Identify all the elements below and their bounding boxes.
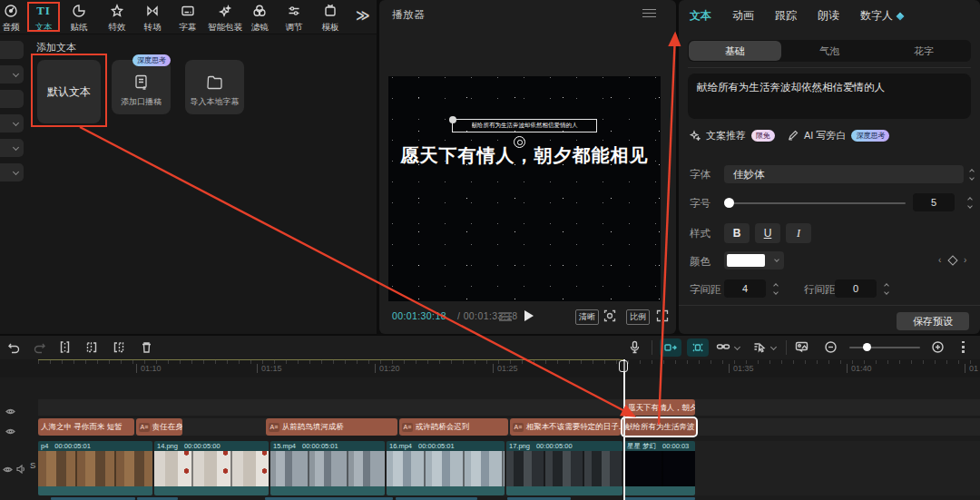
- timeline-ruler[interactable]: 01:1001:1501:2001:2501:3501:4001: [0, 359, 980, 377]
- import-subtitle-card[interactable]: 导入本地字幕: [185, 60, 244, 114]
- video-clip[interactable]: 17.png 00:00:05:00: [506, 441, 622, 495]
- sidebar-category-item[interactable]: [0, 114, 24, 132]
- player-menu-icon[interactable]: [642, 9, 656, 17]
- video-clip-header: 17.png 00:00:05:00: [506, 441, 622, 451]
- playhead-line[interactable]: [623, 359, 625, 500]
- eye-icon[interactable]: [5, 423, 15, 439]
- video-clip[interactable]: 14.png 00:00:05:00: [154, 441, 269, 495]
- subtitle-clip[interactable]: A≡ 相聚本不该需要特定的日子...: [510, 418, 621, 436]
- keyframe-prev-icon[interactable]: ‹: [938, 255, 941, 265]
- line-spacing-stepper[interactable]: [882, 280, 891, 297]
- tool-template[interactable]: 模板: [311, 3, 349, 34]
- keyframe-next-icon[interactable]: ›: [964, 255, 966, 265]
- eye-icon[interactable]: [3, 461, 13, 477]
- tool-adjust[interactable]: 调节: [275, 3, 313, 34]
- chevron-down-icon[interactable]: [734, 344, 740, 350]
- timeline-zoom-slider[interactable]: [849, 347, 920, 348]
- subtab-basic[interactable]: 基础: [689, 41, 781, 61]
- chevron-down-icon[interactable]: [770, 344, 777, 350]
- zoom-out-icon[interactable]: [824, 340, 838, 358]
- magnet-snap-button[interactable]: [687, 338, 709, 357]
- selection-handle[interactable]: [449, 116, 456, 123]
- trim-right-icon[interactable]: [112, 340, 125, 358]
- text-clip[interactable]: 愿天下有情人，朝夕: [624, 399, 695, 416]
- subtitle-clip[interactable]: A≡ 从前鹊鸟填河成桥: [266, 418, 397, 436]
- tab-animation[interactable]: 动画: [732, 8, 754, 24]
- tool-smart-pack[interactable]: 智能包装: [205, 3, 245, 34]
- more-tools-button[interactable]: ≫: [356, 7, 370, 24]
- underline-button[interactable]: U: [755, 223, 780, 243]
- sidebar-category-item[interactable]: [0, 41, 24, 59]
- fullscreen-icon[interactable]: [656, 309, 669, 326]
- font-stepper[interactable]: [967, 166, 976, 182]
- tool-effects[interactable]: 特效: [98, 3, 136, 34]
- bold-button[interactable]: B: [724, 223, 750, 243]
- title-text-overlay[interactable]: 愿天下有情人，朝夕都能相见: [388, 143, 661, 168]
- italic-button[interactable]: I: [786, 223, 811, 243]
- font-select[interactable]: 佳妙体: [724, 165, 964, 183]
- playlist-icon[interactable]: [499, 312, 512, 321]
- text-content-input[interactable]: 献给所有为生活奔波却依然相信爱情的人: [688, 74, 971, 119]
- tool-filter[interactable]: 滤镜: [240, 3, 279, 34]
- focus-frame-icon[interactable]: [603, 309, 616, 326]
- subtab-fancy-text[interactable]: 花字: [877, 41, 970, 61]
- redo-icon[interactable]: [33, 340, 46, 358]
- ratio-button[interactable]: 比例: [626, 309, 650, 325]
- line-spacing-value[interactable]: 0: [835, 279, 877, 298]
- tool-transition[interactable]: 转场: [133, 3, 172, 34]
- auto-snap-button[interactable]: [660, 338, 681, 357]
- font-size-slider-handle[interactable]: [724, 198, 734, 208]
- subtitle-clip[interactable]: 献给所有为生活奔波: [622, 418, 696, 436]
- keyframe-diamond-icon[interactable]: [947, 255, 957, 265]
- add-voiceover-card[interactable]: 深度思考 添加口播稿: [112, 60, 171, 114]
- font-size-value[interactable]: 5: [913, 193, 955, 211]
- copy-suggest-button[interactable]: 文案推荐: [706, 129, 746, 142]
- tab-tracking[interactable]: 跟踪: [775, 8, 797, 24]
- eye-icon[interactable]: [5, 403, 15, 419]
- video-clip[interactable]: 15.mp4 00:00:05:01: [270, 441, 385, 495]
- sidebar-category-item[interactable]: [0, 90, 24, 108]
- record-mic-icon[interactable]: [628, 340, 642, 358]
- tab-text[interactable]: 文本: [690, 8, 711, 24]
- video-clip[interactable]: 星星 梦幻 00:00:03: [624, 441, 695, 495]
- subtitle-clip[interactable]: 人海之中 寻你而来 短暂: [38, 418, 134, 436]
- sidebar-category-item[interactable]: [0, 65, 24, 83]
- video-preview[interactable]: 献给所有为生活奔波却依然相信爱情的人 愿天下有情人，朝夕都能相见: [388, 76, 661, 301]
- subtab-bubble[interactable]: 气泡: [783, 41, 876, 61]
- play-button[interactable]: [524, 310, 534, 321]
- video-clip[interactable]: p4 00:00:05:01: [38, 441, 152, 495]
- preview-frames-icon[interactable]: [795, 340, 810, 357]
- color-picker[interactable]: [724, 251, 784, 270]
- link-clips-icon[interactable]: [716, 340, 730, 357]
- tool-text[interactable]: TI 文本: [24, 3, 63, 34]
- default-text-card[interactable]: 默认文本: [37, 60, 101, 123]
- font-size-stepper[interactable]: [965, 194, 975, 211]
- trim-left-icon[interactable]: [85, 340, 99, 358]
- split-icon[interactable]: [58, 340, 72, 358]
- tab-digital-human[interactable]: 数字人: [860, 8, 904, 24]
- zoom-in-icon[interactable]: [931, 340, 945, 358]
- delete-icon[interactable]: [140, 340, 153, 358]
- tab-reading[interactable]: 朗读: [818, 8, 839, 24]
- quality-button[interactable]: 清晰: [575, 309, 599, 325]
- ai-voiceover-button[interactable]: AI 写旁白: [804, 129, 846, 142]
- letter-spacing-stepper[interactable]: [771, 280, 780, 297]
- tool-sticker[interactable]: 贴纸: [60, 3, 98, 34]
- undo-icon[interactable]: [7, 340, 21, 358]
- playhead-handle[interactable]: [619, 360, 628, 372]
- selected-text-overlay[interactable]: 献给所有为生活奔波却依然相信爱情的人: [452, 119, 597, 132]
- speaker-icon[interactable]: [16, 461, 26, 477]
- subtitle-clip[interactable]: A≡ 或许鹊桥会迟到: [399, 418, 508, 436]
- sidebar-category-item[interactable]: [0, 139, 24, 157]
- subtitle-clip[interactable]: A≡ 责任在身: [136, 418, 182, 436]
- font-size-slider[interactable]: [726, 202, 906, 204]
- sidebar-category-item[interactable]: [0, 163, 24, 181]
- solo-toggle[interactable]: S: [30, 460, 35, 470]
- tool-captions[interactable]: 字幕: [169, 3, 207, 34]
- save-preset-button[interactable]: 保存预设: [897, 312, 969, 330]
- timeline-zoom-handle[interactable]: [863, 343, 871, 351]
- video-clip[interactable]: 16.mp4 00:00:05:01: [387, 441, 505, 495]
- letter-spacing-value[interactable]: 4: [724, 279, 766, 298]
- more-options-icon[interactable]: [962, 341, 965, 353]
- select-cursor-icon[interactable]: [752, 340, 766, 357]
